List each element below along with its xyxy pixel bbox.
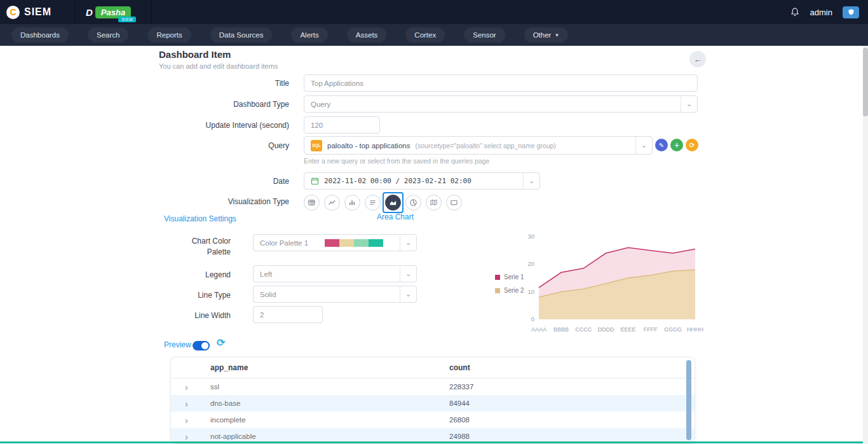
nav-item-data-sources[interactable]: Data Sources xyxy=(210,27,273,43)
count-cell: 24988 xyxy=(449,433,695,440)
update-interval-label: Update Interval (second) xyxy=(191,121,289,130)
svg-text:EEEE: EEEE xyxy=(621,326,636,333)
preview-table: app_name count › ssl 228337 › dns-base 8… xyxy=(170,357,695,444)
table-scrollbar[interactable] xyxy=(686,360,691,440)
nav-item-search[interactable]: Search xyxy=(88,27,128,43)
viz-pie-chart-icon[interactable] xyxy=(405,195,421,211)
visualization-settings-link[interactable]: Visualization Settings xyxy=(164,214,236,223)
query-name: paloalto - top applications xyxy=(327,142,410,149)
count-cell: 228337 xyxy=(449,383,695,391)
nav-item-reports[interactable]: Reports xyxy=(147,27,191,43)
dpasha-logo[interactable]: D Pasha SIEM xyxy=(86,0,140,24)
svg-text:GGGG: GGGG xyxy=(664,326,682,333)
nav-label: Data Sources xyxy=(219,31,264,39)
expand-chevron-icon[interactable]: › xyxy=(171,415,210,425)
toggle-knob xyxy=(201,342,208,349)
svg-text:10: 10 xyxy=(527,288,534,295)
dashboard-type-value: Query xyxy=(311,101,330,108)
page-scrollbar-thumb[interactable] xyxy=(863,48,868,116)
back-button[interactable]: ← xyxy=(689,51,706,67)
page-scrollbar-track xyxy=(863,46,868,444)
line-width-input[interactable]: 2 xyxy=(253,306,323,323)
palette-color-swatch xyxy=(325,239,339,247)
table-header-row: app_name count xyxy=(171,357,695,378)
dashboard-type-label: Dashboard Type xyxy=(191,100,289,109)
selected-viz-label: Area Chart xyxy=(363,212,427,221)
page-subtitle: You can add and edit dashboard items xyxy=(159,62,278,70)
date-value: 2022-11-02 00:00 / 2023-02-21 02:00 xyxy=(324,177,471,185)
add-query-button[interactable]: + xyxy=(670,139,683,151)
nav-label: Search xyxy=(97,31,119,39)
svg-text:FFFF: FFFF xyxy=(644,326,658,333)
table-row[interactable]: › ssl 228337 xyxy=(171,378,695,395)
query-detail: (sourcetype="paloalto" select app_name g… xyxy=(415,142,555,149)
chevron-down-icon: ⌄ xyxy=(400,286,416,302)
preview-refresh-icon[interactable]: ⟳ xyxy=(217,336,225,349)
svg-text:CCCC: CCCC xyxy=(575,326,592,333)
nav-item-sensor[interactable]: Sensor xyxy=(464,27,505,43)
palette-color-swatch xyxy=(369,239,383,247)
count-cell: 84944 xyxy=(449,399,695,407)
app-name-cell: ssl xyxy=(210,383,449,391)
svg-text:BBBB: BBBB xyxy=(553,326,569,333)
refresh-query-button[interactable]: ⟳ xyxy=(686,139,698,151)
expand-chevron-icon[interactable]: › xyxy=(171,399,210,408)
viz-line-chart-icon[interactable] xyxy=(324,195,340,211)
username[interactable]: admin xyxy=(810,8,832,17)
nav-item-alerts[interactable]: Alerts xyxy=(291,27,327,43)
nav-label: Assets xyxy=(356,31,378,39)
visualization-type-options xyxy=(304,192,462,213)
nav-label: Dashboards xyxy=(20,31,60,39)
viz-table-icon[interactable] xyxy=(304,195,320,211)
nav-item-cortex[interactable]: Cortex xyxy=(405,27,445,43)
table-row[interactable]: › dns-base 84944 xyxy=(171,395,695,412)
column-header-count: count xyxy=(449,363,695,372)
nav-item-dashboards[interactable]: Dashboards xyxy=(11,27,69,43)
query-select[interactable]: SQL paloalto - top applications (sourcet… xyxy=(304,136,653,155)
table-row[interactable]: › incomplete 26808 xyxy=(171,412,695,428)
viz-image-icon[interactable] xyxy=(446,195,462,211)
line-type-value: Solid xyxy=(260,291,276,298)
viz-area-chart-icon[interactable] xyxy=(385,195,401,211)
expand-chevron-icon[interactable]: › xyxy=(171,382,210,392)
viz-bar-chart-icon[interactable] xyxy=(344,195,360,211)
user-shield-badge[interactable] xyxy=(843,6,859,18)
nav-item-other[interactable]: Other ▼ xyxy=(524,27,569,43)
main-nav: Dashboards Search Reports Data Sources A… xyxy=(0,24,868,46)
app-name-cell: not-applicable xyxy=(210,433,449,440)
preview-toggle[interactable] xyxy=(193,341,210,350)
dashboard-type-select[interactable]: Query ⌄ xyxy=(304,95,698,113)
nav-item-assets[interactable]: Assets xyxy=(347,27,387,43)
expand-chevron-icon[interactable]: › xyxy=(171,432,210,441)
svg-text:20: 20 xyxy=(527,260,534,267)
line-type-select[interactable]: Solid ⌄ xyxy=(253,286,417,303)
viz-selected-outline xyxy=(383,192,403,213)
title-label: Title xyxy=(191,79,289,88)
palette-select[interactable]: Color Palette 1 ⌄ xyxy=(253,234,417,251)
query-label: Query xyxy=(191,141,289,150)
nav-label: Cortex xyxy=(414,31,436,39)
bell-icon[interactable] xyxy=(790,7,800,17)
content: Dashboard Item You can add and edit dash… xyxy=(0,46,863,444)
palette-swatches xyxy=(325,239,383,247)
viz-map-icon[interactable] xyxy=(426,195,442,211)
page-title: Dashboard Item xyxy=(159,49,231,60)
svg-text:HHHH: HHHH xyxy=(687,326,703,333)
update-interval-input[interactable]: 120 xyxy=(304,116,380,134)
area-chart-preview: 0102030AAAABBBBCCCCDDDDEEEEFFFFGGGGHHHH xyxy=(520,229,704,337)
app-name-cell: dns-base xyxy=(210,399,449,407)
legend-select[interactable]: Left ⌄ xyxy=(253,265,417,282)
title-input[interactable]: Top Applications xyxy=(304,74,698,92)
edit-query-button[interactable]: ✎ xyxy=(655,139,668,151)
siem-logo[interactable]: C SIEM xyxy=(6,6,75,19)
c-logo-icon: C xyxy=(6,6,20,19)
brand-siem-text: SIEM xyxy=(24,6,51,18)
column-header-app-name: app_name xyxy=(210,363,449,372)
pasha-siem-badge: SIEM xyxy=(118,17,136,22)
palette-color-swatch xyxy=(339,239,354,247)
viz-text-icon[interactable] xyxy=(365,195,381,211)
preview-link[interactable]: Preview xyxy=(164,340,191,349)
palette-label: Chart Color Palette xyxy=(175,236,231,258)
count-cell: 26808 xyxy=(449,416,695,424)
date-range-picker[interactable]: 2022-11-02 00:00 / 2023-02-21 02:00 ⌄ xyxy=(304,172,540,190)
